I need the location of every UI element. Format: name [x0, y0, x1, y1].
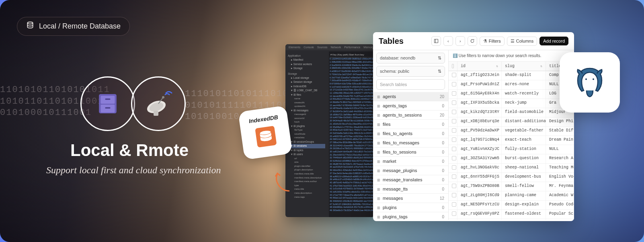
row-checkbox[interactable]	[452, 156, 456, 160]
devtools-tab[interactable]: Elements	[289, 46, 300, 49]
table-list-item[interactable]: ⊞agents20	[373, 92, 448, 101]
devtools-tab[interactable]: Memory	[363, 46, 373, 49]
devtools-tabs: ElementsConsoleSourcesNetworkPerformance…	[285, 44, 374, 50]
devtools-tab[interactable]: Network	[331, 46, 341, 49]
table-row[interactable]: agt_YuBivnAXZyJCfully-stationNULL	[449, 145, 574, 154]
devtools-tree-item[interactable]: ▸ Service workers	[288, 62, 325, 66]
devtools-tree-item[interactable]: meta.tags	[288, 195, 325, 199]
select-all-checkbox[interactable]	[449, 62, 457, 71]
devtools-tab[interactable]: Performance	[344, 46, 360, 49]
devtools-tree-item[interactable]: ▸ Local storage	[288, 76, 325, 80]
devtools-tree-item[interactable]: ▾ ⊞ sessionGroups	[288, 140, 325, 144]
devtools-tree-item[interactable]: ▸ Storage	[288, 66, 325, 70]
table-row[interactable]: agt_zfIigO23Jeinshade-splitComp	[449, 71, 574, 80]
row-checkbox[interactable]	[452, 100, 456, 105]
devtools-tree-item[interactable]: url	[288, 157, 325, 161]
table-row[interactable]: agt_PV59dzAaDwXPvegetable-fatherStable D…	[449, 127, 574, 136]
row-checkbox[interactable]	[452, 211, 456, 216]
devtools-tree-item[interactable]: updatedAt	[288, 105, 325, 109]
table-list-item[interactable]: ⊞message_translates0	[373, 175, 448, 185]
database-select[interactable]: database: neondb⇅	[376, 53, 445, 64]
row-checkbox[interactable]	[452, 193, 456, 197]
devtools-tree-item[interactable]: ▾ 🗄 LOBE_CHAT_DB	[288, 88, 325, 92]
row-checkbox[interactable]	[452, 82, 456, 86]
table-row[interactable]: agt_3OZSA3iYzwm5burst-questionResearch A…	[449, 154, 574, 164]
row-checkbox[interactable]	[452, 137, 456, 142]
row-checkbox[interactable]	[452, 91, 456, 96]
filters-button[interactable]: ⚗Filters	[480, 37, 505, 46]
table-row[interactable]: agt_lq79S7icBNq4exact-teachDream Paint	[449, 136, 574, 145]
row-checkbox[interactable]	[452, 165, 456, 170]
satellite-dish-icon	[142, 88, 174, 120]
devtools-tree-item[interactable]: Storage	[288, 72, 325, 76]
devtools-tree-item[interactable]: sessionId	[288, 117, 325, 121]
layout-icon-button[interactable]	[431, 36, 441, 46]
next-button[interactable]: ›	[455, 36, 465, 46]
devtools-tree-item[interactable]: name	[288, 97, 325, 101]
search-tables-input[interactable]: Search tables	[376, 79, 445, 90]
table-list-item[interactable]: ⊞agents_tags0	[373, 101, 448, 111]
table-row[interactable]: agt_6nnY55dFFGjSdevelopment-busEnglish V…	[449, 173, 574, 182]
devtools-tree-item[interactable]: ▾ ⊞ users	[288, 152, 325, 156]
table-list-item[interactable]: ⊞files_to_sessions0	[373, 148, 448, 157]
row-checkbox[interactable]	[452, 174, 456, 179]
table-list-item[interactable]: ⊞message_plugins0	[373, 166, 448, 175]
table-list-item[interactable]: ⊞messages12	[373, 194, 448, 203]
devtools-tree-item[interactable]: messageId	[288, 113, 325, 117]
row-checkbox[interactable]	[452, 184, 456, 188]
table-row[interactable]: agt_zLg80HjI6Cd9planning-cameAcademic Wr…	[449, 191, 574, 201]
devtools-tree-item[interactable]: ▾ ⊞ messages	[288, 109, 325, 113]
devtools-tree-item[interactable]: ▾ ⊞ sessions	[288, 144, 325, 148]
table-row[interactable]: agt_rsQGEV8Fy8PZfastened-oldestPopular S…	[449, 210, 574, 219]
row-checkbox[interactable]	[452, 147, 456, 151]
devtools-tree-item[interactable]: ▸ Manifest	[288, 58, 325, 62]
column-header-slug[interactable]: slug⇅	[502, 62, 546, 71]
table-row[interactable]: agt_hvL3NOGakV8csheep-nationalTeaching M…	[449, 164, 574, 173]
devtools-tree-item[interactable]: ▸ IndexedDB	[288, 84, 325, 88]
table-list-item[interactable]: ⊞files0	[373, 120, 448, 129]
table-list-item[interactable]: ⊞agents_to_sessions20	[373, 111, 448, 120]
schema-select[interactable]: schema: public⇅	[376, 66, 445, 77]
column-header-id[interactable]: id⇅	[457, 62, 502, 71]
table-list-item[interactable]: ⊞market0	[373, 157, 448, 166]
table-list-item[interactable]: ⊞files_to_messages0	[373, 138, 448, 148]
devtools-tree-item[interactable]: Application	[288, 54, 325, 58]
table-list-item[interactable]: ⊞message_tts0	[373, 185, 448, 194]
row-checkbox[interactable]	[452, 119, 456, 123]
table-list-item[interactable]: ⊞files_to_agents0	[373, 129, 448, 138]
devtools-tree-item[interactable]: metadata	[288, 136, 325, 140]
devtools-tree-item[interactable]: size	[288, 160, 325, 164]
devtools-tree-item[interactable]: hash	[288, 120, 325, 124]
table-list-item[interactable]: ⊞plugins0	[373, 203, 448, 212]
table-row[interactable]: agt_75W9xZPBO80Bsmell-fellowMr. Feynman	[449, 182, 574, 191]
add-record-button[interactable]: Add record	[539, 37, 568, 45]
table-list-item[interactable]: ⊞plugins_tags0	[373, 212, 448, 220]
devtools-tree-item[interactable]: ▾ ⊞ topics	[288, 148, 325, 152]
table-row[interactable]: agt_xDBj8bEurq3edistant-additionalDesign…	[449, 117, 574, 127]
table-row[interactable]: agt_IXF3X5uSbckaneck-jumpGra	[449, 99, 574, 108]
devtools-tree-item[interactable]: fileType	[288, 128, 325, 132]
devtools-tree-item[interactable]: createdAt	[288, 101, 325, 105]
devtools-tree-item[interactable]: ▸ Session storage	[288, 80, 325, 84]
devtools-tab[interactable]: Sources	[317, 46, 328, 49]
sort-icon: ⇅	[496, 64, 498, 68]
columns-button[interactable]: ☰Columns	[507, 37, 537, 46]
devtools-tree-item[interactable]: plugin.identifier	[288, 164, 325, 168]
refresh-button[interactable]	[468, 36, 477, 46]
devtools-tab[interactable]: Console	[304, 46, 314, 49]
devtools-tree-item[interactable]: ▾ ⊞ files	[288, 93, 325, 97]
table-row[interactable]: agt_kikzdQTz3tRYfield-automobileMidjour	[449, 108, 574, 117]
table-row[interactable]: agt_PrsoPuWidn1Zacres-noneNULL	[449, 80, 574, 90]
devtools-tree-item[interactable]: saveMode	[288, 132, 325, 136]
table-icon: ⊞	[377, 104, 380, 108]
row-checkbox[interactable]	[452, 73, 456, 77]
prev-button[interactable]: ‹	[443, 36, 453, 46]
row-checkbox[interactable]	[452, 110, 456, 114]
table-row[interactable]: agt_NE5DPFsYtzCUdesign-explainPseudo Cod…	[449, 201, 574, 210]
svg-rect-10	[154, 111, 158, 116]
row-checkbox[interactable]	[452, 128, 456, 133]
devtools-tree-item[interactable]: ▾ ⊞ plugins	[288, 124, 325, 128]
row-checkbox[interactable]	[452, 202, 456, 207]
table-row[interactable]: agt_PEBJcsTqDvpabecause-dotConvert Dock	[449, 219, 574, 220]
table-row[interactable]: agt_6i5GAyE8kX4nwatch-recentlyLOG	[449, 90, 574, 99]
